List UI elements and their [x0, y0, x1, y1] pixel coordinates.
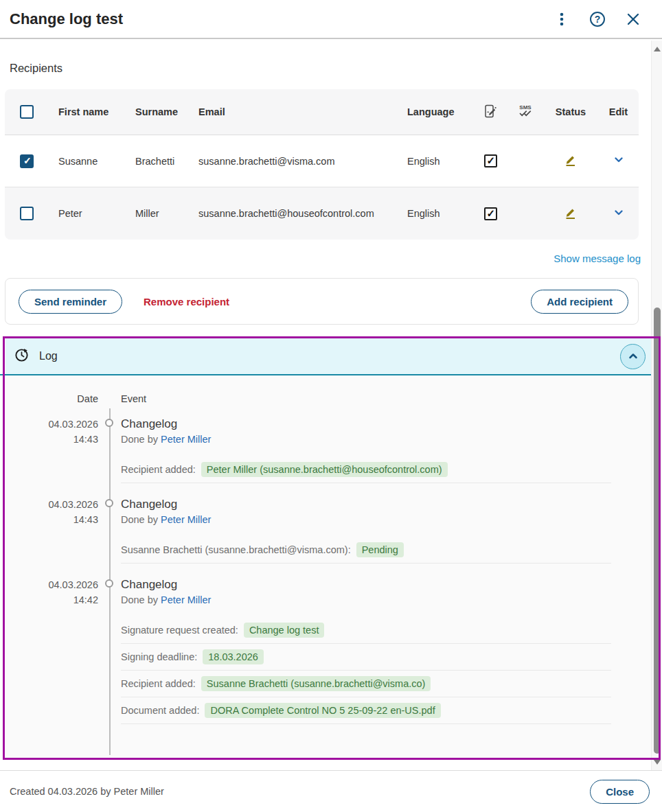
recipient-first-name: Susanne: [58, 156, 135, 167]
timeline-node-icon: [105, 419, 113, 427]
log-entry: 04.03.2026 14:43 Changelog Done by Peter…: [5, 417, 611, 483]
column-header-email: Email: [198, 106, 407, 117]
column-header-status: Status: [556, 106, 586, 117]
recipient-row: Susanne Brachetti susanne.brachetti@vism…: [5, 135, 639, 187]
done-by-label: Done by: [121, 434, 158, 445]
done-by-user-link[interactable]: Peter Miller: [161, 434, 211, 445]
column-header-first-name: First name: [58, 106, 135, 117]
close-button[interactable]: Close: [590, 780, 650, 804]
log-entry-time: 14:42: [5, 592, 98, 607]
log-detail-label: Recipient added:: [121, 464, 196, 475]
status-signature-pen-icon: [564, 153, 578, 169]
column-header-language: Language: [407, 106, 473, 117]
recipient-select-checkbox[interactable]: [20, 207, 34, 220]
scroll-down-arrow-icon[interactable]: [652, 756, 662, 767]
dialog-title: Change log test: [10, 10, 555, 28]
done-by-label: Done by: [121, 514, 158, 525]
log-detail-row: Susanne Brachetti (susanne.brachetti@vis…: [121, 537, 611, 564]
log-detail-label: Signature request created:: [121, 625, 238, 636]
recipient-surname: Miller: [135, 208, 198, 219]
expand-row-chevron-icon[interactable]: [613, 207, 625, 221]
column-header-edit: Edit: [609, 106, 628, 117]
log-entry-title: Changelog: [121, 577, 611, 592]
recipient-surname: Brachetti: [135, 156, 198, 167]
remove-recipient-button[interactable]: Remove recipient: [139, 295, 233, 308]
signature-pad-icon: [483, 104, 497, 120]
history-icon: [14, 347, 30, 366]
done-by-user-link[interactable]: Peter Miller: [161, 514, 211, 525]
timeline-node-icon: [105, 499, 113, 507]
dialog-footer: Created 04.03.2026 by Peter Miller Close: [0, 770, 662, 812]
collapse-log-button[interactable]: [620, 344, 646, 369]
scroll-up-arrow-icon[interactable]: [652, 43, 662, 54]
log-detail-row: Document added: DORA Complete Control NO…: [121, 697, 611, 724]
log-detail-value-badge: DORA Complete Control NO 5 25-09-22 en-U…: [205, 703, 440, 718]
recipient-select-checkbox[interactable]: [20, 154, 34, 168]
expand-row-chevron-icon[interactable]: [613, 154, 625, 168]
created-by-text: Created 04.03.2026 by Peter Miller: [10, 786, 590, 797]
dialog-header: Change log test ?: [0, 0, 662, 39]
log-entry-time: 14:43: [5, 432, 98, 447]
log-detail-row: Signature request created: Change log te…: [121, 617, 611, 644]
column-header-surname: Surname: [135, 106, 198, 117]
log-timeline: Date Event 04.03.2026 14:43 Changelog: [5, 375, 651, 758]
done-by-label: Done by: [121, 594, 158, 605]
log-detail-value-badge: 18.03.2026: [203, 649, 264, 664]
help-icon[interactable]: ?: [589, 11, 606, 27]
recipient-email: susanne.brachetti@houseofcontrol.com: [198, 208, 407, 219]
kebab-menu-icon[interactable]: [555, 12, 569, 27]
log-entry: 04.03.2026 14:42 Changelog Done by Peter…: [5, 577, 611, 724]
log-detail-row: Recipient added: Susanne Brachetti (susa…: [121, 671, 611, 697]
log-detail-row: Signing deadline: 18.03.2026: [121, 644, 611, 671]
recipient-first-name: Peter: [58, 208, 135, 219]
log-detail-label: Susanne Brachetti (susanne.brachetti@vis…: [121, 544, 351, 555]
log-detail-label: Signing deadline:: [121, 651, 197, 662]
log-entry-date: 04.03.2026: [5, 497, 98, 512]
email-sent-checkbox-icon[interactable]: [484, 154, 497, 167]
svg-text:?: ?: [595, 14, 601, 25]
show-message-log-link[interactable]: Show message log: [553, 253, 641, 264]
recipient-language: English: [407, 156, 473, 167]
recipients-table-header: First name Surname Email Language SMS: [5, 89, 639, 135]
log-section-title: Log: [39, 350, 58, 362]
log-detail-label: Recipient added:: [121, 678, 196, 689]
log-entry-time: 14:43: [5, 512, 98, 527]
vertical-scrollbar[interactable]: [651, 40, 662, 770]
log-event-column-header: Event: [121, 393, 146, 404]
log-entry-title: Changelog: [121, 497, 611, 512]
recipient-row: Peter Miller susanne.brachetti@houseofco…: [5, 187, 639, 240]
log-detail-value-badge: Pending: [356, 542, 404, 557]
log-detail-value-badge: Peter Miller (susanne.brachetti@houseofc…: [201, 462, 448, 477]
sms-delivery-icon: SMS: [516, 104, 534, 121]
status-signature-pen-icon: [564, 206, 578, 222]
send-reminder-button[interactable]: Send reminder: [19, 290, 122, 314]
close-icon[interactable]: [626, 12, 640, 26]
log-entry-title: Changelog: [121, 417, 611, 432]
log-detail-label: Document added:: [121, 705, 199, 716]
timeline-node-icon: [105, 579, 113, 588]
scrollbar-thumb[interactable]: [654, 308, 661, 754]
header-icons: ?: [555, 11, 640, 27]
recipient-email: susanne.brachetti@visma.com: [198, 156, 407, 167]
select-all-checkbox[interactable]: [20, 105, 34, 119]
log-entry-date: 04.03.2026: [5, 577, 98, 592]
done-by-user-link[interactable]: Peter Miller: [161, 594, 211, 605]
log-detail-row: Recipient added: Peter Miller (susanne.b…: [121, 456, 611, 483]
log-detail-value-badge: Change log test: [244, 623, 325, 638]
email-sent-checkbox-icon[interactable]: [484, 207, 497, 220]
recipients-action-bar: Send reminder Remove recipient Add recip…: [5, 278, 639, 325]
log-section: Log Date Event 04.03.2026: [5, 338, 651, 758]
chevron-up-icon: [628, 351, 639, 362]
recipients-heading: Recipients: [10, 62, 62, 75]
recipients-table: First name Surname Email Language SMS: [5, 89, 639, 240]
log-section-header: Log: [5, 338, 651, 374]
dialog-body: Recipients First name Surname Email Lang…: [0, 40, 651, 770]
log-detail-value-badge: Susanne Brachetti (susanne.brachetti@vis…: [201, 676, 431, 691]
recipient-language: English: [407, 208, 473, 219]
add-recipient-button[interactable]: Add recipient: [531, 290, 628, 314]
log-entry-date: 04.03.2026: [5, 417, 98, 432]
log-date-column-header: Date: [5, 393, 98, 404]
svg-text:SMS: SMS: [519, 104, 532, 111]
log-entry: 04.03.2026 14:43 Changelog Done by Peter…: [5, 497, 611, 564]
